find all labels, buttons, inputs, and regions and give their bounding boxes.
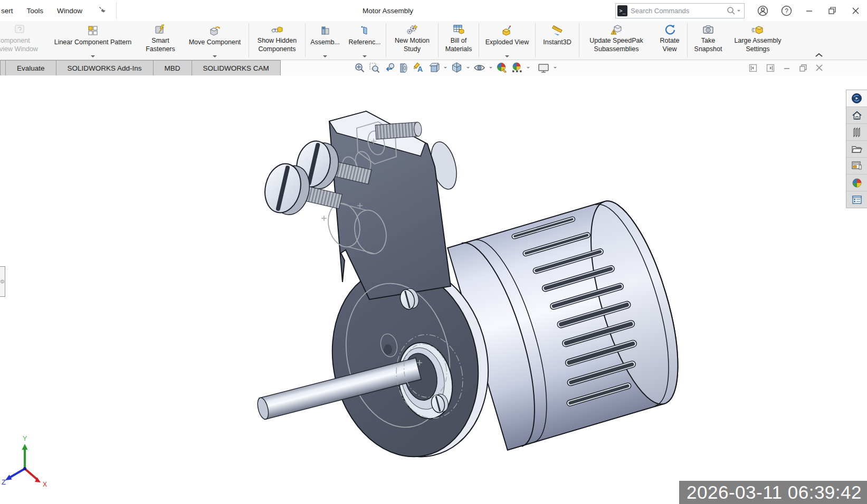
ribbon-button-update-speedpak-subassemblies[interactable]: ! Update SpeedPak Subassemblies: [580, 21, 653, 60]
hide-show-items-icon[interactable]: [473, 61, 486, 74]
tab-solidworks-add-ins[interactable]: SOLIDWORKS Add-Ins: [56, 60, 154, 75]
doc-minimize-button[interactable]: [784, 64, 790, 71]
search-icon[interactable]: [727, 6, 736, 15]
view-settings-caret[interactable]: [554, 67, 557, 69]
ribbon-button-show-hidden-components[interactable]: Show Hidden Components: [250, 21, 304, 60]
annotation-visibility-icon[interactable]: A: [413, 61, 426, 74]
ribbon-button-assembly-features[interactable]: Assemb...: [306, 21, 344, 60]
tab-solidworks-cam[interactable]: SOLIDWORKS CAM: [192, 60, 281, 75]
ribbon-button-instant3d[interactable]: Instant3D: [536, 21, 578, 60]
section-view-icon[interactable]: [398, 61, 411, 74]
menu-separator: [116, 2, 117, 20]
task-pane-home[interactable]: [846, 107, 867, 124]
command-prompt-icon: >_: [617, 5, 627, 16]
update-speedpak-icon: !: [610, 24, 623, 36]
set-screw-mark: [384, 344, 392, 355]
ribbon-button-take-snapshot[interactable]: Take Snapshot: [688, 21, 728, 60]
linear-component-pattern-icon: [87, 24, 99, 37]
smart-fasteners-icon: [154, 24, 167, 36]
task-pane-3dexperience[interactable]: [846, 90, 867, 107]
edit-appearance-icon[interactable]: [496, 61, 509, 74]
task-pane-rail: [846, 90, 867, 208]
threaded-stud[interactable]: [375, 122, 422, 139]
ribbon-button-smart-fasteners[interactable]: Smart Fasteners: [139, 21, 182, 60]
task-pane-file-explorer[interactable]: [846, 141, 867, 158]
pin-menu-icon[interactable]: [98, 7, 107, 14]
search-commands-box[interactable]: >_: [615, 3, 745, 18]
command-ribbon: Component eview Window Linear Component …: [0, 21, 867, 60]
ribbon-separator: [535, 23, 536, 57]
triad-z-label: Z: [2, 478, 6, 486]
ribbon-button-large-assembly-settings[interactable]: Large Assembly Settings: [728, 21, 787, 60]
pane-next-icon[interactable]: [766, 64, 775, 72]
ribbon-separator: [249, 23, 249, 57]
display-style-caret[interactable]: [466, 67, 470, 69]
tab-evaluate[interactable]: Evaluate: [5, 60, 56, 75]
zoom-to-fit-icon[interactable]: [354, 61, 367, 74]
ribbon-button-new-motion-study[interactable]: New Motion Study: [387, 21, 437, 60]
ribbon-button-rotate-view[interactable]: Rotate View: [653, 21, 687, 60]
svg-text:?: ?: [785, 7, 788, 14]
account-icon[interactable]: [757, 5, 768, 16]
task-pane-view-palette[interactable]: [846, 158, 867, 175]
ribbon-button-linear-component-pattern[interactable]: Linear Component Pattern: [46, 21, 139, 60]
dropdown-caret[interactable]: [505, 55, 509, 57]
ribbon-separator: [305, 23, 306, 57]
doc-close-button[interactable]: [816, 64, 823, 71]
menu-insert[interactable]: sert: [1, 7, 13, 15]
dropdown-caret[interactable]: [213, 55, 217, 57]
dropdown-caret[interactable]: [323, 55, 327, 57]
component-preview-window-icon: [14, 24, 25, 36]
triad-x-label: X: [43, 481, 47, 488]
dropdown-caret[interactable]: [363, 55, 367, 57]
apply-scene-caret[interactable]: [527, 67, 530, 69]
ribbon-button-move-component[interactable]: Move Component: [182, 21, 248, 60]
menu-bar: sert Tools Window: [0, 7, 107, 15]
view-orientation-caret[interactable]: [444, 67, 447, 69]
ribbon-separator: [479, 23, 479, 57]
new-motion-study-icon: [406, 24, 418, 36]
collapsed-panel-tab[interactable]: [0, 266, 5, 297]
display-style-icon[interactable]: [450, 61, 463, 74]
task-pane-custom-properties[interactable]: [846, 191, 867, 208]
view-orientation-icon[interactable]: [427, 61, 441, 74]
task-pane-appearances[interactable]: [846, 175, 867, 191]
close-button[interactable]: [844, 0, 867, 21]
apply-scene-icon[interactable]: [510, 61, 523, 74]
orientation-triad: Y Z X: [1, 434, 64, 491]
3d-model-motor-assembly[interactable]: [0, 75, 867, 504]
pane-previous-icon[interactable]: [749, 64, 757, 72]
dropdown-caret[interactable]: [91, 55, 95, 57]
previous-view-icon[interactable]: [383, 61, 396, 74]
assembly-features-icon: [319, 24, 331, 37]
zoom-to-area-icon[interactable]: [368, 61, 382, 74]
ribbon-button-bill-of-materials[interactable]: Bill of Materials: [439, 21, 478, 60]
view-settings-icon[interactable]: [537, 61, 550, 74]
help-icon[interactable]: ?: [781, 5, 792, 16]
collapse-ribbon-chevron[interactable]: [815, 53, 823, 57]
ribbon-separator: [438, 23, 439, 57]
document-title: Motor Assembly: [363, 0, 413, 21]
menu-tools[interactable]: Tools: [27, 7, 44, 15]
hide-show-items-caret[interactable]: [489, 67, 492, 69]
ribbon-separator: [579, 23, 579, 57]
ribbon-button-component-preview-window[interactable]: Component eview Window: [0, 21, 46, 60]
menu-window[interactable]: Window: [57, 7, 82, 15]
task-pane-design-library[interactable]: [846, 124, 867, 141]
search-dropdown-caret[interactable]: [737, 10, 740, 12]
search-input[interactable]: [627, 7, 727, 15]
ribbon-button-exploded-view[interactable]: Exploded View: [480, 21, 535, 60]
triad-y-label: Y: [23, 434, 27, 442]
motor-body[interactable]: [447, 192, 696, 451]
timestamp-overlay: 2026-03-11 06:39:42: [679, 481, 867, 504]
restore-button[interactable]: [821, 0, 844, 21]
ribbon-separator: [386, 23, 386, 57]
rotate-view-icon: [663, 24, 676, 36]
ribbon-button-reference-geometry[interactable]: Referenc...: [344, 21, 385, 60]
title-bar: sert Tools Window Motor Assembly >_ ?: [0, 0, 867, 21]
tab-mbd[interactable]: MBD: [153, 60, 192, 75]
minimize-button[interactable]: [797, 0, 821, 21]
svg-text:!: !: [613, 31, 614, 34]
doc-restore-button[interactable]: [799, 64, 807, 72]
graphics-area[interactable]: Y Z X 2026-03-11 06:39:42: [0, 75, 867, 504]
